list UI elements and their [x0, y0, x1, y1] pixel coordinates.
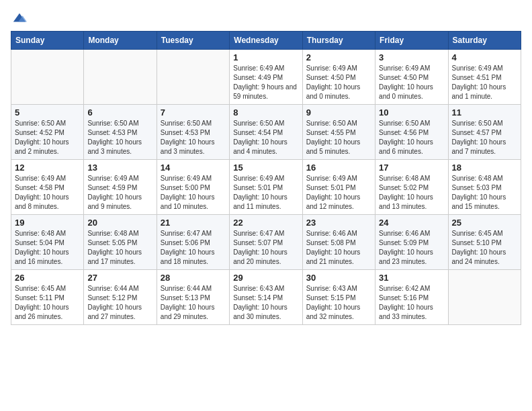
weekday-header-monday: Monday: [84, 32, 157, 50]
calendar-cell: 21Sunrise: 6:47 AM Sunset: 5:06 PM Dayli…: [157, 215, 229, 270]
calendar-week-row: 19Sunrise: 6:48 AM Sunset: 5:04 PM Dayli…: [11, 215, 521, 270]
calendar-week-row: 5Sunrise: 6:50 AM Sunset: 4:52 PM Daylig…: [11, 105, 521, 160]
day-info: Sunrise: 6:44 AM Sunset: 5:12 PM Dayligh…: [87, 284, 152, 322]
day-info: Sunrise: 6:48 AM Sunset: 5:02 PM Dayligh…: [379, 174, 444, 212]
day-number: 5: [15, 107, 80, 118]
day-info: Sunrise: 6:47 AM Sunset: 5:06 PM Dayligh…: [161, 229, 226, 267]
calendar-cell: 25Sunrise: 6:45 AM Sunset: 5:10 PM Dayli…: [448, 215, 521, 270]
calendar-cell: 14Sunrise: 6:49 AM Sunset: 5:00 PM Dayli…: [157, 160, 229, 215]
calendar-cell: 20Sunrise: 6:48 AM Sunset: 5:05 PM Dayli…: [84, 215, 157, 270]
weekday-header-row: SundayMondayTuesdayWednesdayThursdayFrid…: [11, 32, 521, 50]
day-number: 31: [379, 273, 444, 283]
day-number: 18: [452, 163, 517, 173]
weekday-header-wednesday: Wednesday: [230, 32, 302, 50]
day-number: 14: [161, 163, 226, 173]
calendar-cell: 9Sunrise: 6:50 AM Sunset: 4:55 PM Daylig…: [302, 105, 375, 160]
day-number: 19: [15, 218, 80, 228]
day-info: Sunrise: 6:47 AM Sunset: 5:07 PM Dayligh…: [233, 229, 298, 267]
day-number: 17: [379, 163, 444, 173]
page-header: [11, 11, 521, 23]
day-info: Sunrise: 6:50 AM Sunset: 4:57 PM Dayligh…: [452, 119, 517, 156]
day-info: Sunrise: 6:45 AM Sunset: 5:10 PM Dayligh…: [452, 229, 517, 267]
weekday-header-tuesday: Tuesday: [157, 32, 229, 50]
day-info: Sunrise: 6:49 AM Sunset: 4:50 PM Dayligh…: [379, 64, 444, 101]
calendar-cell: 24Sunrise: 6:46 AM Sunset: 5:09 PM Dayli…: [375, 215, 448, 270]
logo: [11, 11, 27, 23]
day-info: Sunrise: 6:50 AM Sunset: 4:56 PM Dayligh…: [379, 119, 444, 156]
day-info: Sunrise: 6:42 AM Sunset: 5:16 PM Dayligh…: [379, 284, 444, 322]
day-info: Sunrise: 6:46 AM Sunset: 5:08 PM Dayligh…: [306, 229, 371, 267]
day-info: Sunrise: 6:48 AM Sunset: 5:03 PM Dayligh…: [452, 174, 517, 212]
day-number: 23: [306, 218, 371, 228]
day-number: 28: [161, 273, 226, 283]
calendar-cell: 7Sunrise: 6:50 AM Sunset: 4:53 PM Daylig…: [157, 105, 229, 160]
weekday-header-saturday: Saturday: [448, 32, 521, 50]
calendar-cell: [11, 50, 84, 105]
calendar-cell: [157, 50, 229, 105]
day-number: 16: [306, 163, 371, 173]
day-info: Sunrise: 6:43 AM Sunset: 5:15 PM Dayligh…: [306, 284, 371, 322]
day-info: Sunrise: 6:49 AM Sunset: 4:50 PM Dayligh…: [306, 64, 371, 101]
day-info: Sunrise: 6:43 AM Sunset: 5:14 PM Dayligh…: [233, 284, 298, 322]
day-number: 30: [306, 273, 371, 283]
day-number: 1: [233, 52, 298, 62]
calendar-week-row: 1Sunrise: 6:49 AM Sunset: 4:49 PM Daylig…: [11, 50, 521, 105]
calendar-cell: 11Sunrise: 6:50 AM Sunset: 4:57 PM Dayli…: [448, 105, 521, 160]
day-number: 12: [15, 163, 80, 173]
calendar-cell: 10Sunrise: 6:50 AM Sunset: 4:56 PM Dayli…: [375, 105, 448, 160]
day-number: 26: [15, 273, 80, 283]
day-info: Sunrise: 6:49 AM Sunset: 4:51 PM Dayligh…: [452, 64, 517, 101]
calendar-cell: 5Sunrise: 6:50 AM Sunset: 4:52 PM Daylig…: [11, 105, 84, 160]
day-info: Sunrise: 6:50 AM Sunset: 4:53 PM Dayligh…: [161, 119, 226, 156]
day-number: 22: [233, 218, 298, 228]
calendar-cell: 6Sunrise: 6:50 AM Sunset: 4:53 PM Daylig…: [84, 105, 157, 160]
calendar-cell: 18Sunrise: 6:48 AM Sunset: 5:03 PM Dayli…: [448, 160, 521, 215]
calendar-table: SundayMondayTuesdayWednesdayThursdayFrid…: [11, 31, 521, 325]
day-number: 2: [306, 52, 371, 62]
calendar-cell: 29Sunrise: 6:43 AM Sunset: 5:14 PM Dayli…: [230, 270, 302, 325]
day-info: Sunrise: 6:49 AM Sunset: 4:59 PM Dayligh…: [87, 174, 152, 212]
calendar-cell: 13Sunrise: 6:49 AM Sunset: 4:59 PM Dayli…: [84, 160, 157, 215]
day-info: Sunrise: 6:50 AM Sunset: 4:54 PM Dayligh…: [233, 119, 298, 156]
day-number: 15: [233, 163, 298, 173]
calendar-cell: 3Sunrise: 6:49 AM Sunset: 4:50 PM Daylig…: [375, 50, 448, 105]
day-number: 4: [452, 52, 517, 62]
day-info: Sunrise: 6:45 AM Sunset: 5:11 PM Dayligh…: [15, 284, 80, 322]
calendar-cell: 22Sunrise: 6:47 AM Sunset: 5:07 PM Dayli…: [230, 215, 302, 270]
weekday-header-sunday: Sunday: [11, 32, 84, 50]
calendar-cell: 1Sunrise: 6:49 AM Sunset: 4:49 PM Daylig…: [230, 50, 302, 105]
day-info: Sunrise: 6:49 AM Sunset: 5:00 PM Dayligh…: [161, 174, 226, 212]
day-info: Sunrise: 6:49 AM Sunset: 5:01 PM Dayligh…: [233, 174, 298, 212]
day-info: Sunrise: 6:48 AM Sunset: 5:04 PM Dayligh…: [15, 229, 80, 267]
day-info: Sunrise: 6:50 AM Sunset: 4:55 PM Dayligh…: [306, 119, 371, 156]
day-number: 21: [161, 218, 226, 228]
day-number: 3: [379, 52, 444, 62]
day-number: 25: [452, 218, 517, 228]
calendar-cell: 2Sunrise: 6:49 AM Sunset: 4:50 PM Daylig…: [302, 50, 375, 105]
weekday-header-friday: Friday: [375, 32, 448, 50]
calendar-cell: 30Sunrise: 6:43 AM Sunset: 5:15 PM Dayli…: [302, 270, 375, 325]
calendar-cell: 23Sunrise: 6:46 AM Sunset: 5:08 PM Dayli…: [302, 215, 375, 270]
calendar-cell: 26Sunrise: 6:45 AM Sunset: 5:11 PM Dayli…: [11, 270, 84, 325]
calendar-cell: 12Sunrise: 6:49 AM Sunset: 4:58 PM Dayli…: [11, 160, 84, 215]
calendar-cell: 31Sunrise: 6:42 AM Sunset: 5:16 PM Dayli…: [375, 270, 448, 325]
day-number: 10: [379, 107, 444, 118]
day-info: Sunrise: 6:48 AM Sunset: 5:05 PM Dayligh…: [87, 229, 152, 267]
day-info: Sunrise: 6:44 AM Sunset: 5:13 PM Dayligh…: [161, 284, 226, 322]
day-number: 11: [452, 107, 517, 118]
calendar-cell: [84, 50, 157, 105]
day-info: Sunrise: 6:49 AM Sunset: 4:49 PM Dayligh…: [233, 64, 298, 101]
day-info: Sunrise: 6:49 AM Sunset: 5:01 PM Dayligh…: [306, 174, 371, 212]
day-number: 6: [87, 107, 152, 118]
day-number: 27: [87, 273, 152, 283]
day-number: 8: [233, 107, 298, 118]
calendar-cell: 16Sunrise: 6:49 AM Sunset: 5:01 PM Dayli…: [302, 160, 375, 215]
calendar-cell: 19Sunrise: 6:48 AM Sunset: 5:04 PM Dayli…: [11, 215, 84, 270]
logo-icon: [12, 11, 27, 26]
day-number: 20: [87, 218, 152, 228]
calendar-cell: 17Sunrise: 6:48 AM Sunset: 5:02 PM Dayli…: [375, 160, 448, 215]
day-number: 13: [87, 163, 152, 173]
day-number: 29: [233, 273, 298, 283]
calendar-cell: 15Sunrise: 6:49 AM Sunset: 5:01 PM Dayli…: [230, 160, 302, 215]
day-number: 7: [161, 107, 226, 118]
